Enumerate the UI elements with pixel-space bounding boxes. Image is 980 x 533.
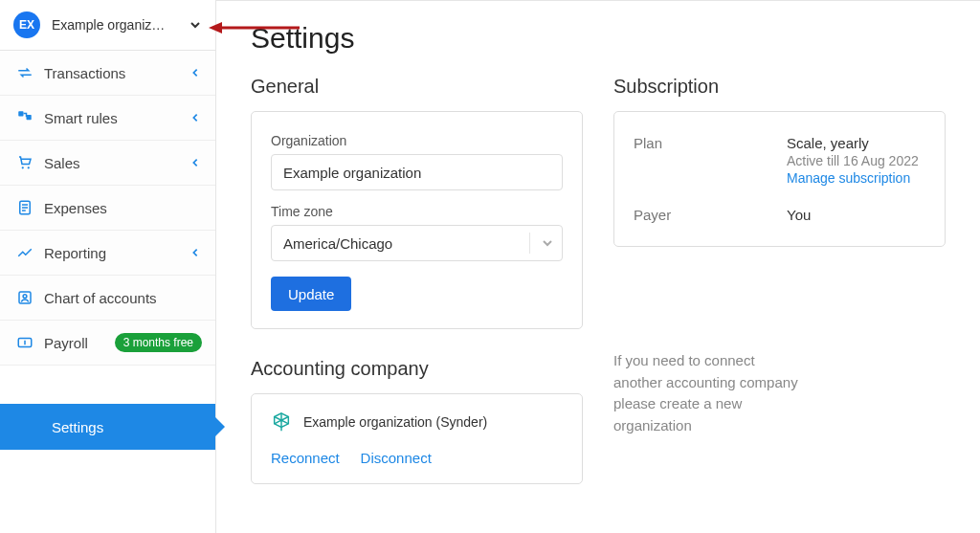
svg-rect-0 xyxy=(18,111,23,116)
sidebar-item-label: Expenses xyxy=(44,200,202,216)
rules-icon xyxy=(13,109,36,126)
section-subscription-heading: Subscription xyxy=(613,76,946,98)
sidebar-item-reporting[interactable]: Reporting xyxy=(0,231,215,276)
accounting-help-text: If you need to connect another accountin… xyxy=(613,350,805,436)
payer-label: Payer xyxy=(634,207,787,223)
general-card: Organization Time zone Update xyxy=(251,111,583,329)
document-icon xyxy=(13,199,36,216)
chevron-down-icon xyxy=(189,18,202,32)
plan-label: Plan xyxy=(634,135,787,186)
svg-point-3 xyxy=(28,167,30,168)
reconnect-link[interactable]: Reconnect xyxy=(271,450,340,466)
accounting-card: Example organization (Synder) Reconnect … xyxy=(251,393,583,484)
sidebar-item-label: Settings xyxy=(52,419,103,435)
sidebar-item-payroll[interactable]: Payroll 3 months free xyxy=(0,321,215,366)
select-divider xyxy=(529,233,530,254)
transfer-icon xyxy=(13,64,36,81)
chevron-left-icon xyxy=(189,111,202,124)
org-field-label: Organization xyxy=(271,133,563,148)
chevron-left-icon xyxy=(189,156,202,169)
svg-point-2 xyxy=(22,167,24,168)
svg-rect-1 xyxy=(27,115,32,120)
sidebar-item-label: Sales xyxy=(44,155,189,171)
update-button[interactable]: Update xyxy=(271,277,351,311)
chevron-left-icon xyxy=(189,66,202,79)
sidebar-item-chart-of-accounts[interactable]: Chart of accounts xyxy=(0,276,215,321)
sidebar-item-sales[interactable]: Sales xyxy=(0,141,215,186)
page-title: Settings xyxy=(251,22,946,55)
section-general-heading: General xyxy=(251,76,583,98)
organization-input[interactable] xyxy=(271,154,563,190)
accounting-company-name: Example organization (Synder) xyxy=(303,414,487,430)
sidebar-item-label: Chart of accounts xyxy=(44,290,202,306)
manage-subscription-link[interactable]: Manage subscription xyxy=(787,170,910,186)
section-accounting-heading: Accounting company xyxy=(251,358,583,380)
payroll-icon xyxy=(13,334,36,351)
chart-icon xyxy=(13,244,36,261)
company-cube-icon xyxy=(271,411,292,433)
plan-expiry: Active till 16 Aug 2022 xyxy=(787,153,919,168)
payer-value: You xyxy=(787,207,811,223)
tz-field-label: Time zone xyxy=(271,204,563,219)
plan-value: Scale, yearly xyxy=(787,135,919,151)
sidebar-item-transactions[interactable]: Transactions xyxy=(0,51,215,96)
org-switcher[interactable]: EX Example organiz… xyxy=(0,0,215,50)
sidebar-item-label: Transactions xyxy=(44,65,189,81)
timezone-select[interactable] xyxy=(271,225,563,261)
sidebar-item-settings[interactable]: Settings xyxy=(0,404,215,450)
disconnect-link[interactable]: Disconnect xyxy=(361,450,432,466)
subscription-card: Plan Scale, yearly Active till 16 Aug 20… xyxy=(613,111,946,247)
cart-icon xyxy=(13,154,36,171)
sidebar-nav: Transactions Smart rules Sales Expenses … xyxy=(0,50,215,366)
sidebar-item-expenses[interactable]: Expenses xyxy=(0,186,215,231)
sidebar-item-smart-rules[interactable]: Smart rules xyxy=(0,96,215,141)
chevron-down-icon xyxy=(542,236,553,252)
sidebar-item-label: Smart rules xyxy=(44,110,189,126)
org-avatar: EX xyxy=(13,11,40,38)
chevron-left-icon xyxy=(189,246,202,259)
org-name: Example organiz… xyxy=(52,17,189,33)
svg-point-6 xyxy=(23,295,27,299)
sidebar-item-label: Reporting xyxy=(44,245,189,261)
accounts-icon xyxy=(13,289,36,306)
promo-badge: 3 months free xyxy=(115,333,202,352)
sidebar-item-label: Payroll xyxy=(44,335,115,351)
